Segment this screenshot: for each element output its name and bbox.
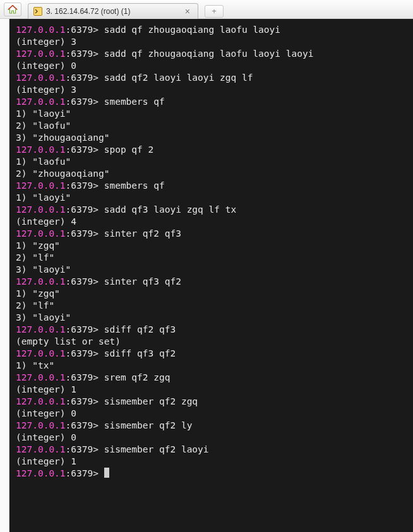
output-line: 2) "lf" bbox=[16, 300, 407, 312]
command-text: srem qf2 zgq bbox=[104, 372, 171, 382]
terminal-line: 127.0.0.1:6379> sadd qf zhougaoqiang lao… bbox=[16, 24, 407, 36]
new-tab-button[interactable]: + bbox=[205, 5, 224, 18]
output-line: 1) "zgq" bbox=[16, 288, 407, 300]
terminal-line: 127.0.0.1:6379> sdiff qf3 qf2 bbox=[16, 348, 407, 360]
output-line: 3) "laoyi" bbox=[16, 264, 407, 276]
terminal-line: 127.0.0.1:6379> smembers qf bbox=[16, 180, 407, 192]
terminal-output[interactable]: 127.0.0.1:6379> sadd qf zhougaoqiang lao… bbox=[9, 19, 413, 532]
output-line: 3) "laoyi" bbox=[16, 312, 407, 324]
prompt-port: :6379> bbox=[66, 396, 104, 406]
terminal-line: 127.0.0.1:6379> sinter qf3 qf2 bbox=[16, 276, 407, 288]
output-line: (integer) 1 bbox=[16, 456, 407, 468]
command-text: spop qf 2 bbox=[104, 145, 154, 155]
output-line: 1) "tx" bbox=[16, 360, 407, 372]
terminal-icon bbox=[33, 7, 42, 16]
terminal-line: 127.0.0.1:6379> sadd qf2 laoyi laoyi zgq… bbox=[16, 72, 407, 84]
command-text: smembers qf bbox=[104, 97, 165, 107]
terminal-line: 127.0.0.1:6379> smembers qf bbox=[16, 96, 407, 108]
svg-rect-0 bbox=[34, 8, 42, 16]
command-text: sinter qf3 qf2 bbox=[104, 276, 181, 287]
output-line: 3) "zhougaoqiang" bbox=[16, 132, 407, 144]
prompt-port: :6379> bbox=[66, 73, 104, 83]
output-line: (integer) 0 bbox=[16, 432, 407, 444]
output-line: (integer) 3 bbox=[16, 84, 407, 96]
command-text: sdiff qf3 qf2 bbox=[104, 348, 176, 358]
output-line: 1) "laoyi" bbox=[16, 192, 407, 204]
prompt-host: 127.0.0.1 bbox=[16, 145, 66, 155]
terminal-line: 127.0.0.1:6379> sinter qf2 qf3 bbox=[16, 228, 407, 240]
prompt-port: :6379> bbox=[66, 324, 104, 334]
cursor bbox=[104, 468, 109, 478]
prompt-host: 127.0.0.1 bbox=[16, 228, 66, 239]
prompt-host: 127.0.0.1 bbox=[16, 324, 66, 334]
prompt-host: 127.0.0.1 bbox=[16, 396, 66, 406]
prompt-host: 127.0.0.1 bbox=[16, 348, 66, 358]
prompt-port: :6379> bbox=[66, 228, 104, 239]
terminal-line: 127.0.0.1:6379> sismember qf2 ly bbox=[16, 420, 407, 432]
output-line: 1) "zgq" bbox=[16, 240, 407, 252]
prompt-host: 127.0.0.1 bbox=[16, 420, 66, 430]
command-text: sinter qf2 qf3 bbox=[104, 228, 181, 239]
prompt-host: 127.0.0.1 bbox=[16, 372, 66, 382]
prompt-port: :6379> bbox=[66, 276, 104, 287]
prompt-host: 127.0.0.1 bbox=[16, 73, 66, 83]
output-line: 1) "laoyi" bbox=[16, 108, 407, 120]
prompt-host: 127.0.0.1 bbox=[16, 204, 66, 215]
home-icon bbox=[8, 5, 18, 14]
terminal-line: 127.0.0.1:6379> sismember qf2 laoyi bbox=[16, 444, 407, 456]
prompt-port: :6379> bbox=[66, 49, 104, 59]
output-line: (empty list or set) bbox=[16, 336, 407, 348]
prompt-port: :6379> bbox=[66, 180, 104, 191]
prompt-host: 127.0.0.1 bbox=[16, 49, 66, 59]
command-text: smembers qf bbox=[104, 180, 165, 191]
prompt-host: 127.0.0.1 bbox=[16, 25, 66, 35]
prompt-host: 127.0.0.1 bbox=[16, 97, 66, 107]
command-text: sadd qf zhougaoqiang laofu laoyi laoyi bbox=[104, 49, 314, 59]
command-text: sismember qf2 laoyi bbox=[104, 444, 209, 454]
terminal-line: 127.0.0.1:6379> sdiff qf2 qf3 bbox=[16, 324, 407, 336]
output-line: 1) "laofu" bbox=[16, 156, 407, 168]
tab-active[interactable]: 3. 162.14.64.72 (root) (1) × bbox=[28, 3, 198, 20]
command-text: sdiff qf2 qf3 bbox=[104, 324, 176, 334]
terminal-line: 127.0.0.1:6379> sadd qf3 laoyi zgq lf tx bbox=[16, 204, 407, 216]
home-button[interactable] bbox=[4, 3, 21, 16]
terminal-line: 127.0.0.1:6379> spop qf 2 bbox=[16, 144, 407, 156]
terminal-line: 127.0.0.1:6379> bbox=[16, 468, 407, 480]
output-line: (integer) 1 bbox=[16, 384, 407, 396]
command-text: sadd qf zhougaoqiang laofu laoyi bbox=[104, 25, 280, 35]
output-line: (integer) 0 bbox=[16, 408, 407, 420]
prompt-port: :6379> bbox=[66, 145, 104, 155]
command-text: sismember qf2 ly bbox=[104, 420, 193, 430]
prompt-host: 127.0.0.1 bbox=[16, 468, 66, 478]
command-text: sismember qf2 zgq bbox=[104, 396, 198, 406]
prompt-port: :6379> bbox=[66, 348, 104, 358]
tab-close-button[interactable]: × bbox=[183, 6, 193, 16]
prompt-host: 127.0.0.1 bbox=[16, 276, 66, 287]
prompt-host: 127.0.0.1 bbox=[16, 180, 66, 191]
prompt-port: :6379> bbox=[66, 468, 104, 478]
output-line: 2) "laofu" bbox=[16, 120, 407, 132]
prompt-port: :6379> bbox=[66, 444, 104, 454]
plus-icon: + bbox=[212, 6, 217, 16]
output-line: 2) "lf" bbox=[16, 252, 407, 264]
terminal-line: 127.0.0.1:6379> sismember qf2 zgq bbox=[16, 396, 407, 408]
command-text: sadd qf2 laoyi laoyi zgq lf bbox=[104, 73, 253, 83]
terminal-line: 127.0.0.1:6379> srem qf2 zgq bbox=[16, 372, 407, 384]
prompt-port: :6379> bbox=[66, 25, 104, 35]
tab-bar: 3. 162.14.64.72 (root) (1) × + bbox=[0, 0, 413, 19]
prompt-port: :6379> bbox=[66, 420, 104, 430]
command-text: sadd qf3 laoyi zgq lf tx bbox=[104, 204, 237, 215]
terminal-line: 127.0.0.1:6379> sadd qf zhougaoqiang lao… bbox=[16, 48, 407, 60]
prompt-port: :6379> bbox=[66, 372, 104, 382]
output-line: 2) "zhougaoqiang" bbox=[16, 168, 407, 180]
prompt-host: 127.0.0.1 bbox=[16, 444, 66, 454]
tab-title: 3. 162.14.64.72 (root) (1) bbox=[46, 7, 183, 16]
prompt-port: :6379> bbox=[66, 97, 104, 107]
left-gutter bbox=[0, 19, 9, 532]
output-line: (integer) 3 bbox=[16, 36, 407, 48]
prompt-port: :6379> bbox=[66, 204, 104, 215]
output-line: (integer) 4 bbox=[16, 216, 407, 228]
output-line: (integer) 0 bbox=[16, 60, 407, 72]
